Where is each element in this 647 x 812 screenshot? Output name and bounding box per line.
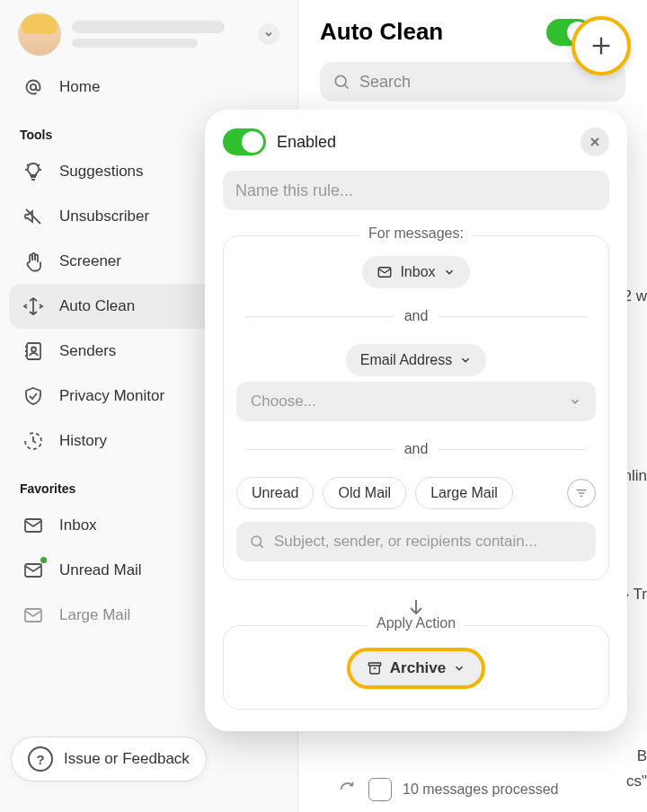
refresh-icon	[338, 780, 358, 799]
filter-unread[interactable]: Unread	[236, 477, 314, 509]
nav-label: Screener	[59, 252, 121, 270]
action-frame: Apply Action Archive	[223, 625, 609, 710]
choose-placeholder: Choose...	[251, 393, 316, 410]
nav-label: Home	[59, 78, 100, 96]
enabled-label: Enabled	[277, 133, 570, 152]
svg-line-3	[27, 164, 29, 166]
at-icon	[22, 75, 45, 99]
search-input[interactable]: Search	[320, 62, 625, 102]
condition-type-selector[interactable]: Email Address	[346, 344, 486, 376]
svg-line-25	[260, 544, 262, 547]
nav-label: Senders	[59, 342, 116, 360]
svg-line-5	[26, 209, 40, 224]
condition-type-label: Email Address	[360, 352, 452, 368]
chevron-down-icon	[453, 662, 465, 675]
arrows-icon	[22, 295, 45, 318]
chevron-down-icon	[569, 395, 581, 408]
feedback-label: Issue or Feedback	[64, 750, 190, 768]
hand-icon	[22, 250, 45, 273]
subject-placeholder: Subject, sender, or recipients contain..…	[274, 533, 537, 551]
search-placeholder: Search	[359, 73, 411, 92]
contacts-icon	[22, 340, 45, 363]
email-choose-select[interactable]: Choose...	[236, 382, 596, 421]
folder-selector[interactable]: Inbox	[362, 256, 469, 288]
action-label: Archive	[390, 659, 446, 677]
filter-large[interactable]: Large Mail	[415, 477, 513, 509]
mail-dot-icon	[22, 559, 45, 582]
archive-icon	[367, 660, 383, 676]
account-switcher[interactable]	[0, 0, 297, 65]
lightbulb-icon	[22, 160, 45, 183]
svg-point-7	[31, 348, 36, 352]
megaphone-off-icon	[22, 205, 45, 228]
nav-label: Unsubscriber	[59, 207, 149, 225]
folder-label: Inbox	[400, 264, 435, 280]
shield-icon	[22, 384, 45, 408]
svg-line-4	[39, 164, 40, 166]
close-button[interactable]	[581, 128, 609, 156]
nav-label: Suggestions	[59, 163, 144, 181]
svg-rect-27	[368, 663, 381, 666]
chevron-down-icon	[443, 266, 456, 278]
and-label: and	[404, 308, 429, 324]
cutoff-text: › Tr	[625, 586, 648, 604]
cutoff-text: B	[637, 747, 647, 765]
apply-action-label: Apply Action	[368, 615, 465, 631]
svg-point-24	[252, 536, 261, 546]
avatar	[18, 13, 61, 56]
chevron-down-icon	[459, 354, 472, 366]
search-icon	[249, 534, 265, 550]
add-rule-button[interactable]	[572, 16, 631, 75]
search-icon	[332, 73, 350, 91]
archive-icon	[368, 778, 392, 801]
nav-label: History	[59, 432, 107, 450]
inbox-icon	[377, 264, 393, 280]
processed-text: 10 messages processed	[403, 781, 558, 798]
svg-point-0	[31, 84, 36, 90]
page-title: Auto Clean	[320, 18, 534, 46]
close-icon	[588, 135, 602, 149]
rule-name-placeholder: Name this rule...	[235, 181, 353, 200]
nav-label: Large Mail	[59, 606, 130, 624]
nav-label: Auto Clean	[59, 297, 135, 315]
nav-label: Unread Mail	[59, 561, 142, 579]
conditions-frame: For messages: Inbox and Email Address Ch…	[223, 235, 609, 580]
nav-label: Inbox	[59, 516, 97, 534]
cutoff-text: cs"	[626, 772, 647, 790]
nav-home[interactable]: Home	[9, 65, 288, 110]
account-name	[72, 21, 247, 48]
subject-search-input[interactable]: Subject, sender, or recipients contain..…	[236, 522, 596, 561]
feedback-button[interactable]: ? Issue or Feedback	[11, 737, 207, 781]
action-selector[interactable]: Archive	[347, 648, 485, 689]
question-icon: ?	[28, 746, 53, 772]
rule-enabled-toggle[interactable]	[223, 128, 266, 155]
svg-point-16	[335, 75, 346, 86]
more-filters-button[interactable]	[567, 479, 596, 508]
rule-name-input[interactable]: Name this rule...	[223, 171, 609, 210]
processed-footer: 10 messages processed	[338, 778, 558, 801]
history-icon	[22, 429, 45, 453]
inbox-icon	[22, 514, 45, 537]
filter-icon	[574, 486, 589, 500]
and-label: and	[404, 441, 429, 457]
chevron-down-icon[interactable]	[258, 23, 279, 45]
svg-line-17	[345, 85, 349, 89]
for-messages-label: For messages:	[359, 225, 473, 242]
filter-old[interactable]: Old Mail	[323, 477, 406, 509]
large-mail-icon	[22, 604, 45, 627]
rule-editor-modal: Enabled Name this rule... For messages: …	[205, 110, 627, 731]
nav-label: Privacy Monitor	[59, 387, 164, 405]
